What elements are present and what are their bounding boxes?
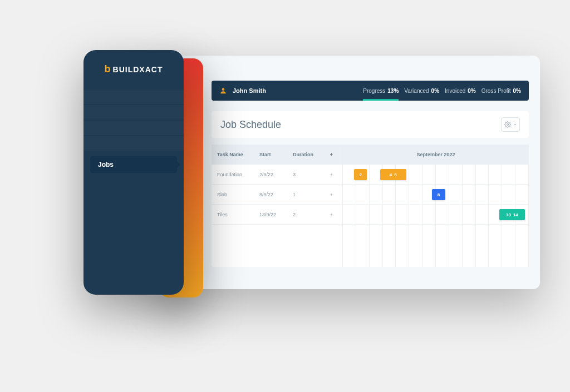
nav-item-jobs-label: Jobs xyxy=(98,161,114,168)
task-start-cell: 2/9/22 xyxy=(259,172,293,177)
schedule-table: Task Name Start Duration + Foundation2/9… xyxy=(212,145,529,267)
col-header-task: Task Name xyxy=(217,152,259,157)
task-duration-cell: 3 xyxy=(293,172,321,177)
stat-varianced[interactable]: Varianced 0% xyxy=(404,88,439,94)
task-duration-cell: 1 xyxy=(293,192,321,197)
schedule-left-header: Task Name Start Duration + xyxy=(212,145,342,165)
stat-gross-profit[interactable]: Gross Profit 0% xyxy=(481,88,521,94)
schedule-left-columns: Task Name Start Duration + Foundation2/9… xyxy=(212,145,343,267)
logo-text: BUILDXACT xyxy=(113,65,163,74)
gantt-bar[interactable]: 1314 xyxy=(499,209,525,220)
logo-mark-icon: b xyxy=(105,63,111,75)
nav-item-placeholder[interactable] xyxy=(83,136,184,151)
svg-point-0 xyxy=(222,88,225,91)
user-name: John Smith xyxy=(233,87,266,94)
gantt-bar[interactable]: 2 xyxy=(354,169,367,180)
stat-invoiced-value: 0% xyxy=(468,88,475,94)
table-row[interactable]: Tiles13/9/222+ xyxy=(212,205,342,225)
nav-item-placeholder[interactable] xyxy=(83,90,184,104)
gantt-row: 8 xyxy=(343,185,529,205)
gantt-bar[interactable]: 8 xyxy=(432,189,445,200)
gantt-chart: September 2022 24581314 xyxy=(343,145,529,267)
task-name-cell: Foundation xyxy=(217,172,259,177)
task-name-cell: Slab xyxy=(217,192,259,197)
gantt-month-label: September 2022 xyxy=(416,152,455,157)
gantt-row: 245 xyxy=(343,165,529,185)
svg-point-1 xyxy=(507,124,508,126)
gantt-bar[interactable]: 45 xyxy=(380,169,406,180)
nav-item-placeholder[interactable] xyxy=(83,121,184,135)
stat-progress[interactable]: Progress 13% xyxy=(363,88,399,94)
settings-button[interactable] xyxy=(501,117,520,132)
gear-icon xyxy=(504,121,511,128)
stat-gross-profit-label: Gross Profit xyxy=(481,88,511,94)
nav-item-placeholder[interactable] xyxy=(83,105,184,120)
stats-bar: John Smith Progress 13% Varianced 0% Inv… xyxy=(212,81,529,101)
task-start-cell: 13/9/22 xyxy=(259,212,293,217)
col-header-start: Start xyxy=(259,152,293,157)
add-subtask-button[interactable]: + xyxy=(321,212,342,217)
logo: b BUILDXACT xyxy=(83,63,184,75)
stat-varianced-value: 0% xyxy=(431,88,439,94)
page-title: Job Schedule xyxy=(220,119,281,131)
stat-varianced-label: Varianced xyxy=(404,88,429,94)
nav-items: Jobs xyxy=(83,90,184,177)
stat-progress-label: Progress xyxy=(363,88,385,94)
main-panel: John Smith Progress 13% Varianced 0% Inv… xyxy=(167,56,540,289)
task-start-cell: 8/9/22 xyxy=(259,192,293,197)
add-subtask-button[interactable]: + xyxy=(321,172,342,177)
gantt-row: 1314 xyxy=(343,205,529,225)
col-header-plus: + xyxy=(321,152,342,157)
task-name-cell: Tiles xyxy=(217,212,259,217)
page-title-row: Job Schedule xyxy=(212,111,529,138)
add-subtask-button[interactable]: + xyxy=(321,192,342,197)
sidebar: b BUILDXACT Jobs xyxy=(83,50,184,295)
task-duration-cell: 2 xyxy=(293,212,321,217)
table-row[interactable]: Slab8/9/221+ xyxy=(212,185,342,205)
stat-invoiced[interactable]: Invoiced 0% xyxy=(445,88,476,94)
user-icon xyxy=(219,87,227,95)
table-row[interactable]: Foundation2/9/223+ xyxy=(212,165,342,185)
gantt-month-header: September 2022 xyxy=(343,145,529,165)
stat-invoiced-label: Invoiced xyxy=(445,88,465,94)
stat-gross-profit-value: 0% xyxy=(513,88,521,94)
col-header-duration: Duration xyxy=(293,152,321,157)
nav-item-jobs[interactable]: Jobs xyxy=(90,156,177,173)
stat-progress-value: 13% xyxy=(387,88,399,94)
chevron-down-icon xyxy=(513,122,517,127)
